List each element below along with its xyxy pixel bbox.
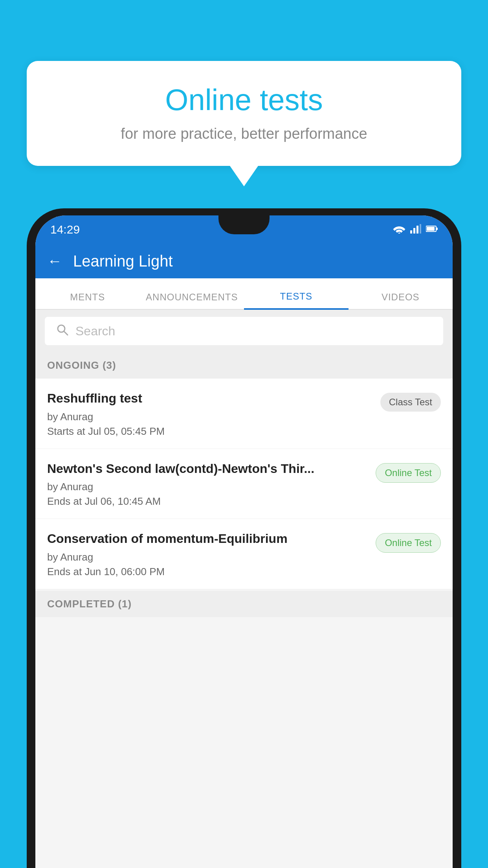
test-info-3: Conservation of momentum-Equilibrium by … [47,531,376,578]
svg-line-9 [64,331,68,335]
test-info-2: Newton's Second law(contd)-Newton's Thir… [47,461,376,508]
completed-section-header: COMPLETED (1) [35,591,453,617]
test-info-1: Reshuffling test by Anurag Starts at Jul… [47,390,380,438]
bubble-subtitle: for more practice, better performance [50,125,438,142]
svg-rect-6 [436,228,438,230]
tab-tests[interactable]: TESTS [244,291,349,310]
bubble-title: Online tests [50,83,438,117]
signal-icon [410,224,421,235]
test-author-2: by Anurag [47,481,368,493]
ongoing-section-title: ONGOING (3) [47,359,116,371]
svg-point-0 [398,233,400,234]
status-time: 14:29 [50,223,80,236]
phone-frame: 14:29 [27,208,461,868]
test-item-3[interactable]: Conservation of momentum-Equilibrium by … [35,519,453,589]
app-title: Learning Light [73,252,173,270]
tab-ments[interactable]: MENTS [35,292,140,309]
speech-bubble: Online tests for more practice, better p… [27,61,461,166]
search-bar[interactable]: Search [45,317,443,345]
search-input-placeholder: Search [75,324,115,338]
test-badge-1: Class Test [380,393,441,412]
tab-videos[interactable]: VIDEOS [349,292,453,309]
speech-bubble-container: Online tests for more practice, better p… [27,61,461,166]
test-time-3: Ends at Jun 10, 06:00 PM [47,566,368,578]
wifi-icon [393,224,405,235]
phone-screen: 14:29 [35,215,453,868]
test-list: Reshuffling test by Anurag Starts at Jul… [35,379,453,589]
svg-rect-7 [427,227,435,231]
completed-section-title: COMPLETED (1) [47,598,132,610]
test-author-1: by Anurag [47,411,372,423]
status-icons [393,224,438,235]
back-button[interactable]: ← [47,253,62,270]
test-name-1: Reshuffling test [47,390,372,407]
svg-rect-2 [413,228,415,234]
test-item-1[interactable]: Reshuffling test by Anurag Starts at Jul… [35,379,453,449]
tabs-bar: MENTS ANNOUNCEMENTS TESTS VIDEOS [35,278,453,310]
test-time-2: Ends at Jul 06, 10:45 AM [47,495,368,508]
test-badge-3: Online Test [376,533,441,553]
ongoing-section-header: ONGOING (3) [35,352,453,379]
svg-rect-1 [410,230,412,234]
phone-notch [218,215,270,234]
test-badge-2: Online Test [376,463,441,483]
svg-rect-4 [420,224,421,234]
test-name-2: Newton's Second law(contd)-Newton's Thir… [47,461,368,477]
svg-rect-3 [416,226,418,234]
tab-announcements[interactable]: ANNOUNCEMENTS [140,292,244,309]
search-icon [56,323,68,339]
battery-icon [426,225,438,234]
test-author-3: by Anurag [47,551,368,563]
app-header: ← Learning Light [35,244,453,278]
test-item-2[interactable]: Newton's Second law(contd)-Newton's Thir… [35,449,453,519]
search-container: Search [35,310,453,352]
test-time-1: Starts at Jul 05, 05:45 PM [47,425,372,438]
test-name-3: Conservation of momentum-Equilibrium [47,531,368,547]
